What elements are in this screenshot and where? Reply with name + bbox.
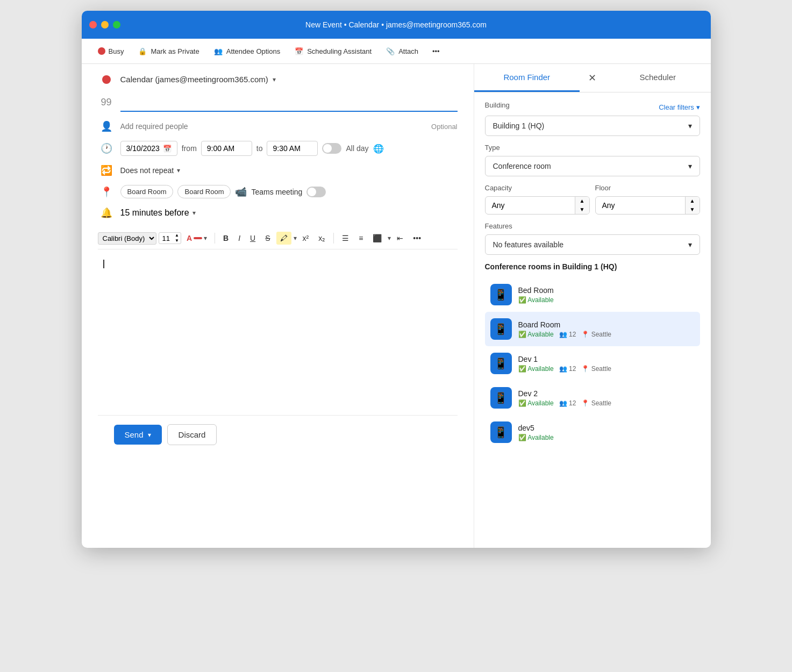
repeat-select[interactable]: Does not repeat ▾ xyxy=(120,166,181,175)
floor-up[interactable]: ▲ xyxy=(686,197,700,205)
divider-1 xyxy=(215,233,215,244)
repeat-row: 🔁 Does not repeat ▾ xyxy=(98,165,458,176)
highlight-button[interactable]: 🖍 xyxy=(276,232,291,245)
rf-close-button[interactable]: ✕ xyxy=(580,64,605,92)
room-name: dev5 xyxy=(518,424,695,432)
features-select[interactable]: No features available ▾ xyxy=(485,234,700,255)
room-item[interactable]: 📱 Bed Room ✅ Available xyxy=(485,277,700,312)
font-size-up[interactable]: ▲ xyxy=(173,233,181,238)
person-icon: 👤 xyxy=(98,120,115,132)
allday-switch[interactable] xyxy=(322,143,341,154)
teams-switch[interactable] xyxy=(306,187,326,197)
room-name: Board Room xyxy=(518,320,695,329)
type-select[interactable]: Conference room ▾ xyxy=(485,156,700,176)
bullets-button[interactable]: ☰ xyxy=(338,232,353,245)
mark-private-label: Mark as Private xyxy=(151,47,199,55)
close-button[interactable] xyxy=(89,21,97,28)
mark-private-button[interactable]: 🔒 Mark as Private xyxy=(132,43,204,59)
building-row-top: Building Clear filters ▾ xyxy=(485,101,700,113)
scheduling-icon: 📅 xyxy=(294,46,304,56)
availability-status: ✅ Available xyxy=(518,331,554,338)
subscript-button[interactable]: x₂ xyxy=(315,232,329,245)
teams-toggle-knob xyxy=(308,188,316,196)
more-button[interactable]: ••• xyxy=(427,44,445,59)
strikethrough-button[interactable]: S xyxy=(261,232,274,245)
end-time-select[interactable]: 9:30 AM xyxy=(267,141,318,156)
features-value: No features available xyxy=(493,240,564,249)
form-area: Calendar (james@meetingroom365.com) ▾ 99… xyxy=(82,64,474,548)
start-time-select[interactable]: 9:00 AM xyxy=(201,141,252,156)
room-item[interactable]: 📱 dev5 ✅ Available xyxy=(485,415,700,449)
timezone-icon[interactable]: 🌐 xyxy=(373,144,384,154)
attendee-input[interactable] xyxy=(120,122,426,131)
capacity-label: Capacity xyxy=(485,184,590,192)
date-picker[interactable]: 3/10/2023 📅 xyxy=(120,141,177,156)
room-info: Dev 1 ✅ Available👥 12📍 Seattle xyxy=(518,355,695,373)
time-row: 3/10/2023 📅 from 9:00 AM to 9:30 AM xyxy=(120,141,384,156)
filter-chevron-icon: ▾ xyxy=(696,103,700,111)
font-family-select[interactable]: Calibri (Body) xyxy=(98,232,156,245)
busy-button[interactable]: Busy xyxy=(92,44,130,59)
calendar-select[interactable]: Calendar (james@meetingroom365.com) ▾ xyxy=(120,75,276,84)
location-chip-2[interactable]: Board Room xyxy=(177,185,231,198)
message-body[interactable] xyxy=(98,254,458,415)
features-label: Features xyxy=(485,222,700,230)
superscript-button[interactable]: x² xyxy=(299,232,313,245)
room-meta: ✅ Available xyxy=(518,296,695,304)
floor-down[interactable]: ▼ xyxy=(686,205,700,214)
type-value: Conference room xyxy=(493,162,551,170)
reminder-select-row[interactable]: 15 minutes before ▾ xyxy=(120,208,196,218)
type-label: Type xyxy=(485,144,700,152)
indent-button[interactable]: ⇤ xyxy=(393,232,407,245)
building-select[interactable]: Building 1 (HQ) ▾ xyxy=(485,116,700,136)
discard-button[interactable]: Discard xyxy=(167,424,217,445)
reminder-chevron-icon: ▾ xyxy=(192,209,196,217)
tab-scheduler[interactable]: Scheduler xyxy=(605,64,711,92)
more-format-button[interactable]: ••• xyxy=(409,232,425,245)
location-chip-1[interactable]: Board Room xyxy=(120,185,174,198)
capacity-info: 👥 12 xyxy=(559,331,576,338)
attach-button[interactable]: 📎 Attach xyxy=(380,43,424,59)
align-button[interactable]: ⬛ xyxy=(369,232,386,245)
location-info: 📍 Seattle xyxy=(581,399,611,407)
color-chevron-icon: ▾ xyxy=(204,234,207,242)
numbering-button[interactable]: ≡ xyxy=(355,232,367,245)
room-item[interactable]: 📱 Board Room ✅ Available👥 12📍 Seattle xyxy=(485,312,700,346)
room-item[interactable]: 📱 Dev 1 ✅ Available👥 12📍 Seattle xyxy=(485,346,700,381)
optional-label: Optional xyxy=(431,123,457,131)
scheduling-assistant-button[interactable]: 📅 Scheduling Assistant xyxy=(289,43,377,59)
bottom-bar: Send ▾ Discard xyxy=(98,415,458,454)
italic-button[interactable]: I xyxy=(234,232,244,245)
floor-spinner: Any ▲ ▼ xyxy=(595,196,700,215)
room-icon: 📱 xyxy=(490,284,512,305)
busy-label: Busy xyxy=(109,47,124,55)
clear-filters-button[interactable]: Clear filters ▾ xyxy=(659,103,700,111)
chevron-down-icon: ▾ xyxy=(273,76,276,83)
event-title-input[interactable]: New Event xyxy=(120,92,458,112)
number-icon: 99 xyxy=(101,97,111,108)
capacity-up[interactable]: ▲ xyxy=(575,197,589,205)
maximize-button[interactable] xyxy=(113,21,120,28)
location-info: 📍 Seattle xyxy=(581,365,611,373)
tab-room-finder[interactable]: Room Finder xyxy=(474,64,580,92)
minimize-button[interactable] xyxy=(101,21,109,28)
calendar-color-dot xyxy=(102,75,111,84)
allday-label: All day xyxy=(346,144,368,153)
calendar-row: Calendar (james@meetingroom365.com) ▾ xyxy=(98,75,458,84)
send-button[interactable]: Send ▾ xyxy=(114,425,162,445)
font-color-button[interactable]: A ▾ xyxy=(183,232,210,244)
capacity-down[interactable]: ▼ xyxy=(575,205,589,214)
attendee-options-button[interactable]: 👥 Attendee Options xyxy=(208,43,286,59)
underline-button[interactable]: U xyxy=(246,232,259,245)
font-size-down[interactable]: ▼ xyxy=(173,238,181,244)
repeat-icon: 🔁 xyxy=(98,165,115,176)
room-item[interactable]: 📱 Dev 2 ✅ Available👥 12📍 Seattle xyxy=(485,381,700,415)
allday-toggle[interactable] xyxy=(322,143,341,154)
teams-label: Teams meeting xyxy=(251,188,302,196)
clock-icon: 🕐 xyxy=(98,142,115,154)
send-label: Send xyxy=(125,430,144,439)
calendar-icon xyxy=(98,75,115,84)
type-chevron-icon: ▾ xyxy=(688,162,692,170)
calendar-value: Calendar (james@meetingroom365.com) xyxy=(120,75,268,84)
bold-button[interactable]: B xyxy=(219,232,232,245)
